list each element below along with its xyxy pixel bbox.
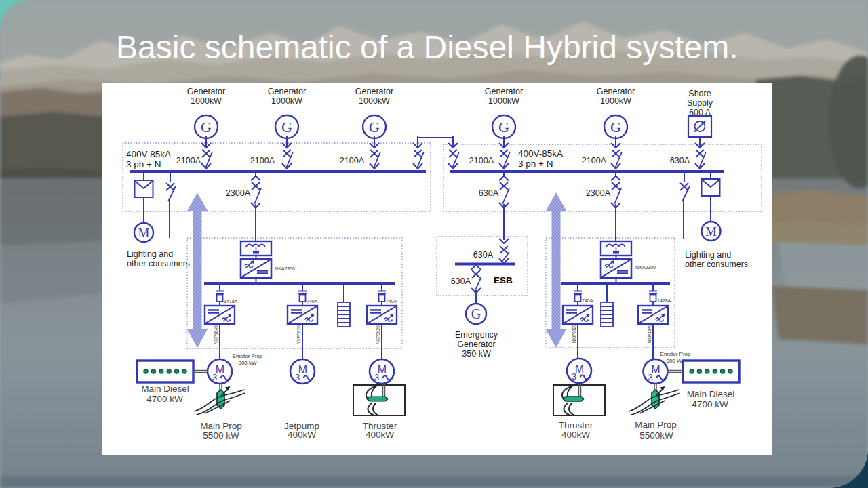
svg-text:400V-85kA: 400V-85kA [518, 148, 563, 159]
svg-text:630A: 630A [670, 156, 690, 165]
svg-text:5500kW: 5500kW [639, 430, 673, 441]
svg-text:3 ph + N: 3 ph + N [126, 159, 161, 169]
svg-text:Main Diesel: Main Diesel [141, 384, 189, 394]
svg-text:2100A: 2100A [340, 156, 365, 165]
svg-text:400kW: 400kW [561, 430, 590, 440]
svg-text:Generator: Generator [457, 340, 495, 349]
svg-text:630A: 630A [479, 188, 499, 198]
svg-text:2100A: 2100A [176, 156, 201, 165]
svg-text:NXA2300: NXA2300 [635, 265, 656, 270]
svg-text:2100A: 2100A [582, 156, 607, 165]
svg-text:4700 kW: 4700 kW [146, 394, 183, 404]
svg-text:NXP0820: NXP0820 [376, 325, 380, 344]
svg-text:Emergency: Emergency [455, 330, 498, 340]
svg-text:1000kW: 1000kW [359, 96, 390, 106]
svg-text:Main Prop: Main Prop [635, 420, 677, 430]
svg-text:other consumers: other consumers [685, 260, 748, 269]
svg-text:400kW: 400kW [288, 430, 316, 440]
svg-text:G: G [471, 306, 481, 321]
svg-text:1478A: 1478A [657, 298, 671, 303]
svg-text:400V-85kA: 400V-85kA [126, 149, 171, 159]
svg-text:Thruster: Thruster [559, 420, 593, 430]
svg-text:1000kW: 1000kW [191, 96, 222, 106]
svg-text:NXP1640: NXP1640 [214, 325, 218, 344]
svg-text:1000kW: 1000kW [600, 96, 631, 106]
svg-text:NXP0820: NXP0820 [572, 324, 576, 343]
svg-text:NXA2300: NXA2300 [275, 266, 295, 271]
svg-text:1000kW: 1000kW [488, 96, 519, 106]
svg-text:Main Diesel: Main Diesel [687, 389, 735, 399]
svg-text:2300A: 2300A [226, 188, 251, 198]
svg-text:other consumers: other consumers [127, 259, 190, 268]
svg-text:630A: 630A [451, 277, 471, 286]
svg-text:Generator: Generator [187, 87, 225, 96]
svg-text:Emotor Prop: Emotor Prop [660, 351, 691, 357]
svg-text:3 ph + N: 3 ph + N [518, 159, 553, 169]
svg-text:630A: 630A [473, 250, 494, 260]
svg-text:600 A: 600 A [689, 108, 711, 117]
svg-text:Generator: Generator [597, 87, 635, 96]
svg-text:400kW: 400kW [366, 430, 394, 440]
svg-text:4700 kW: 4700 kW [692, 399, 728, 409]
svg-text:740A: 740A [386, 299, 397, 304]
svg-text:Shore: Shore [688, 89, 711, 98]
svg-text:Main Prop: Main Prop [200, 421, 242, 431]
svg-text:ESB: ESB [494, 275, 513, 285]
svg-text:2300A: 2300A [586, 188, 611, 198]
svg-text:Generator: Generator [268, 87, 306, 96]
svg-text:Lighting and: Lighting and [685, 250, 731, 260]
svg-text:1000kW: 1000kW [271, 96, 302, 106]
svg-text:350 kW: 350 kW [462, 349, 491, 359]
svg-text:5500 kW: 5500 kW [203, 430, 239, 441]
svg-text:2100A: 2100A [250, 156, 275, 165]
svg-text:Generator: Generator [485, 87, 523, 96]
svg-text:Lighting and: Lighting and [127, 249, 173, 259]
svg-text:Supply: Supply [687, 98, 713, 108]
svg-text:1478A: 1478A [224, 299, 238, 304]
svg-text:Emotor Prop: Emotor Prop [233, 353, 263, 359]
svg-text:740A: 740A [582, 298, 593, 303]
svg-text:800 kW: 800 kW [238, 360, 257, 366]
svg-text:NXP0820: NXP0820 [296, 325, 301, 344]
svg-text:740A: 740A [307, 299, 318, 304]
svg-text:2100A: 2100A [469, 156, 494, 165]
svg-text:Generator: Generator [355, 87, 393, 96]
svg-text:NXP1640: NXP1640 [647, 324, 652, 343]
